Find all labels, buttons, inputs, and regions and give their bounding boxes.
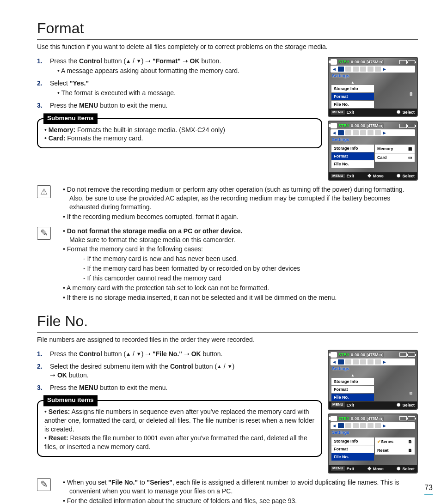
camcorder-icon (331, 352, 337, 358)
submenu-label: Submenu items (43, 113, 98, 124)
step-text: button. (200, 57, 221, 65)
settings-label: Settings (332, 366, 417, 372)
menu-key-icon: MENU (331, 110, 345, 115)
tab-bar: ◄ ► (331, 422, 415, 429)
tab-icon (360, 423, 366, 428)
tab-bar: ◄ ► (331, 129, 415, 136)
gear-icon: ✺ (397, 173, 400, 179)
tab-right-icon: ► (382, 423, 387, 429)
select-label: Select (402, 109, 415, 115)
gear-icon: ✺ (397, 109, 400, 115)
submenu-item-text: Formats the built-in storage media. (SMX… (75, 126, 225, 134)
settings-label: Settings (332, 430, 417, 436)
menu-item-selected: File No. (331, 453, 374, 461)
rec-time: 0:00:00 (351, 352, 365, 358)
menu-item: Storage Info (331, 85, 374, 92)
select-label: Select (402, 173, 415, 179)
menu-list: Storage Info Format File No. (331, 145, 374, 168)
move-icon: ✥ (368, 466, 371, 472)
popup-item: Series (381, 439, 393, 444)
format-warnings: Do not remove the recording medium or pe… (57, 185, 418, 222)
gear-icon: ✺ (397, 402, 400, 408)
submenu-item-bold: Memory: (49, 126, 75, 134)
note-text: For the detailed information about the s… (63, 497, 418, 504)
menu-item: Storage Info (331, 378, 374, 385)
stby-label: STBY (338, 352, 349, 358)
menu-item-selected: File No. (331, 394, 374, 401)
submenu-item-bold: Series: (49, 408, 70, 415)
tab-icon (360, 67, 366, 72)
down-arrow-icon: ▼ (136, 58, 141, 65)
card-icon: ▭ (408, 155, 412, 160)
move-icon: ✥ (368, 173, 371, 179)
tab-right-icon: ► (382, 66, 387, 73)
move-label: Move (373, 173, 384, 179)
note-text: If there is no storage media inserted, i… (63, 293, 418, 302)
lcd-format-popup: STBY 0:00:00 [475Min] ◄ ► Settings Stora… (328, 121, 418, 181)
up-arrow-icon: ▲ (126, 58, 131, 65)
note-bold: "File No." (108, 479, 138, 486)
camcorder-icon (331, 59, 337, 65)
tab-icon (368, 67, 374, 72)
step-text: button. (67, 371, 89, 379)
step-text: button ( (102, 57, 126, 65)
battery-icon (408, 416, 415, 420)
step-text: Press the (50, 350, 79, 358)
menu-item-selected: Format (331, 152, 374, 160)
step-bold: OK (190, 57, 200, 65)
stby-label: STBY (338, 416, 349, 421)
step-text: button to exit the menu. (98, 102, 167, 109)
step-bold: Control (79, 350, 102, 358)
step-text: ➝ (182, 350, 191, 358)
tab-left-icon: ◄ (332, 130, 337, 136)
fileno-heading: File No. (37, 311, 418, 333)
note-subitem: If this camcorder cannot read the memory… (83, 274, 418, 283)
submenu-item-bold: Card: (49, 134, 66, 142)
down-arrow-icon: ▼ (136, 351, 141, 358)
step-bold: "File No." (153, 350, 182, 358)
tab-icon (338, 423, 344, 428)
stby-label: STBY (338, 59, 349, 65)
note-bold: "Series" (147, 479, 172, 486)
up-arrow-icon: ▲ (126, 351, 131, 358)
fileno-steps: 1. Press the Control button (▲ / ▼) ➝ "F… (37, 350, 322, 392)
step-text: / (131, 350, 136, 358)
step-number: 2. (37, 362, 43, 371)
lcd-fileno-menu: STBY 0:00:00 [475Min] ◄ ► Settings ▲ Sto… (328, 350, 418, 410)
step-text: ) ➝ (141, 350, 153, 358)
menu-key-icon: MENU (331, 402, 345, 407)
reset-icon: 🗎 (408, 448, 412, 453)
step-bold: "Yes." (70, 79, 89, 87)
menu-list: ▲ Storage Info Format File No. ▼ (331, 81, 374, 113)
rec-time: 0:00:00 (351, 59, 365, 65)
tab-icon (353, 67, 359, 72)
step-text: button ( (193, 363, 217, 370)
settings-label: Settings (332, 137, 417, 143)
exit-label: Exit (347, 173, 355, 179)
card-icon (399, 416, 407, 420)
tab-icon (345, 130, 351, 135)
step-text: / (222, 363, 227, 370)
check-icon: ✔ (377, 439, 381, 444)
menu-key-icon: MENU (331, 174, 345, 179)
warning-icon: ⚠ (37, 185, 51, 198)
popup-item: Reset (377, 448, 389, 453)
remain-time: [475Min] (367, 352, 384, 358)
lcd-fileno-popup: STBY 0:00:00 [475Min] ◄ ► Settings Stora… (328, 413, 418, 474)
format-row-icon: 🗑 (409, 91, 413, 97)
popup-item: Memory (377, 146, 393, 152)
lcd-format-menu: STBY 0:00:00 [475Min] ◄ ► Settings ▲ Sto… (328, 57, 418, 117)
remain-time: [475Min] (367, 416, 384, 421)
note-icon: ✎ (37, 478, 51, 491)
tab-icon (338, 130, 344, 135)
note-bold: Do not format the storage media on a PC … (67, 227, 243, 235)
menu-item: File No. (331, 101, 374, 108)
warning-item: If the recording medium becomes corrupte… (63, 213, 418, 221)
exit-label: Exit (347, 466, 355, 472)
tab-icon (368, 423, 374, 428)
fileno-intro: File numbers are assigned to recorded fi… (37, 335, 418, 344)
tab-left-icon: ◄ (332, 359, 337, 365)
step-number: 3. (37, 383, 43, 392)
battery-icon (408, 352, 415, 357)
step-bold: Control (79, 57, 102, 65)
